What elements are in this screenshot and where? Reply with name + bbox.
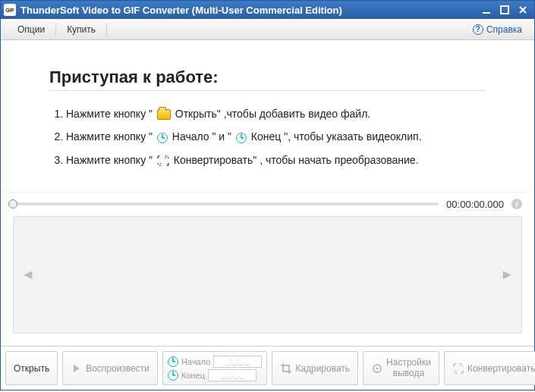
help-icon: ?: [473, 24, 483, 35]
intro-step-2: Нажмите кнопку " Начало " и " Конец ", ч…: [66, 130, 486, 143]
bottom-toolbar: Открыть Воспроизвести Начало _:_:_._ Кон…: [1, 346, 534, 390]
crop-button[interactable]: Кадрировать: [272, 351, 358, 385]
output-label-1: Настройки: [386, 358, 431, 368]
play-label: Воспроизвести: [86, 363, 149, 374]
convert-icon: [157, 155, 169, 166]
output-label-2: вывода: [386, 368, 431, 378]
end-time-field[interactable]: _:_:_._: [208, 369, 256, 381]
output-settings-button[interactable]: Настройки вывода: [363, 351, 439, 385]
menu-help[interactable]: ? Справка: [468, 21, 527, 38]
menu-bar: Опции Купить ? Справка: [1, 19, 534, 40]
clock-icon: [157, 133, 168, 143]
content-area: Приступая к работе: Нажмите кнопку " Отк…: [1, 40, 534, 346]
convert-button[interactable]: Конвертировать: [444, 351, 535, 385]
clock-icon: [168, 370, 178, 381]
menu-divider: [55, 23, 56, 36]
title-bar: GIF ThunderSoft Video to GIF Converter (…: [1, 1, 534, 19]
thumbnail-strip: ◄ ►: [13, 216, 522, 334]
minimize-button[interactable]: [478, 4, 495, 16]
begin-label: Начало: [181, 357, 210, 366]
strip-next-icon[interactable]: ►: [500, 267, 514, 283]
menu-help-label: Справка: [486, 24, 522, 35]
intro-panel: Приступая к работе: Нажмите кнопку " Отк…: [4, 43, 531, 193]
crop-label: Кадрировать: [295, 363, 350, 374]
seek-thumb[interactable]: [8, 199, 17, 209]
window-controls: [478, 4, 531, 16]
seek-bar: 00:00:00.000 i: [4, 193, 531, 212]
end-row[interactable]: Конец _:_:_._: [168, 369, 262, 381]
folder-icon: [157, 109, 171, 120]
play-button[interactable]: Воспроизвести: [62, 351, 158, 385]
begin-row[interactable]: Начало _:_:_._: [168, 356, 262, 368]
close-button[interactable]: [515, 4, 531, 16]
svg-point-3: [376, 367, 379, 369]
clock-icon: [168, 356, 178, 367]
menu-divider: [106, 23, 107, 36]
menu-options[interactable]: Опции: [8, 21, 54, 38]
seek-track[interactable]: [13, 202, 439, 205]
convert-icon: [452, 362, 464, 375]
crop-icon: [280, 362, 292, 375]
window-title: ThunderSoft Video to GIF Converter (Mult…: [20, 5, 478, 16]
range-controls: Начало _:_:_._ Конец _:_:_._: [162, 351, 267, 385]
gear-icon: [371, 362, 383, 375]
svg-rect-1: [501, 6, 508, 14]
app-icon: GIF: [4, 4, 16, 16]
intro-step-3: Нажмите кнопку " Конвертировать" , чтобы…: [66, 154, 486, 166]
strip-prev-icon[interactable]: ◄: [21, 267, 35, 283]
open-button[interactable]: Открыть: [5, 351, 58, 385]
convert-label: Конвертировать: [467, 363, 535, 374]
intro-heading: Приступая к работе:: [49, 67, 486, 87]
open-label: Открыть: [14, 363, 49, 374]
svg-rect-0: [483, 12, 490, 14]
play-icon: [71, 362, 83, 375]
maximize-button[interactable]: [496, 4, 513, 16]
info-icon[interactable]: i: [511, 199, 522, 209]
divider: [49, 90, 486, 91]
menu-buy[interactable]: Купить: [58, 21, 105, 38]
intro-step-1: Нажмите кнопку " Открыть" ,чтобы добавит…: [66, 108, 486, 120]
app-window: GIF ThunderSoft Video to GIF Converter (…: [0, 0, 535, 390]
end-label: Конец: [181, 371, 205, 380]
timecode: 00:00:00.000: [446, 199, 504, 210]
intro-steps: Нажмите кнопку " Открыть" ,чтобы добавит…: [49, 108, 486, 166]
clock-icon: [236, 133, 247, 143]
begin-time-field[interactable]: _:_:_._: [213, 356, 262, 368]
